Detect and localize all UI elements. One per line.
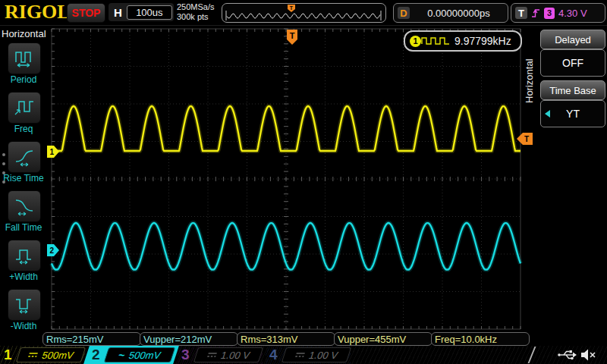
ch1-scale: 500mV [40, 350, 75, 361]
measurement-slot-3[interactable]: Rms=313mV [237, 332, 335, 346]
measurement-slot-5[interactable]: Freq=10.0kHz [431, 332, 530, 346]
ch3-scale: 1.00 V [219, 350, 251, 361]
measure-nwidth-label: -Width [0, 321, 47, 331]
waveform-memory-preview[interactable]: T [222, 3, 386, 23]
trigger-status-group[interactable]: T 3 4.30 V [511, 3, 605, 23]
ch2-marker-label: 2 [50, 246, 55, 255]
fall-time-icon [14, 196, 35, 216]
delay-label: D [398, 7, 410, 19]
counter-value: 9.97799kHz [454, 35, 511, 47]
ac-coupling-icon: ~ [118, 351, 126, 359]
measure-nwidth-button[interactable] [8, 289, 41, 321]
measure-risetime-button[interactable] [8, 141, 41, 173]
delay-value: 0.00000000ps [410, 8, 508, 19]
rise-time-icon [14, 147, 35, 167]
graticule-display: 12TT [47, 27, 534, 334]
measurement-slot-1[interactable]: Rms=215mV [42, 332, 141, 346]
memory-depth: 300k pts [177, 12, 215, 22]
top-status-bar: RIGOL STOP H 100us 250MSa/s 300k pts T D… [0, 0, 607, 26]
freq-icon [14, 98, 35, 118]
measure-menu-sidebar: Horizontal Period Freq Rise Time [0, 26, 47, 346]
measure-freq-button[interactable] [8, 92, 41, 124]
h-label: H [114, 6, 122, 19]
trigger-level-value: 4.30 V [558, 8, 587, 19]
period-icon [14, 49, 35, 68]
status-divider [528, 347, 546, 363]
counter-channel-badge: 1 [410, 36, 421, 47]
speaker-muted-icon[interactable] [580, 347, 598, 362]
timebase-value: 100us [127, 5, 172, 20]
ch2-number: 2 [92, 347, 100, 363]
measure-menu-title: Horizontal [2, 28, 47, 39]
plus-width-icon [14, 246, 35, 265]
trigger-delay-group[interactable]: D 0.00000000ps [393, 3, 508, 23]
measure-period-button[interactable] [8, 42, 41, 74]
ch1-number: 1 [4, 347, 12, 363]
measure-risetime-label: Rise Time [0, 173, 47, 184]
menu-page-dots [2, 147, 5, 190]
channel-status-bar: 1 500mV 2 ~ 500mV 3 1 [0, 346, 607, 364]
oscilloscope-screen: RIGOL STOP H 100us 250MSa/s 300k pts T D… [0, 0, 607, 364]
ch1-marker-label: 1 [50, 148, 55, 156]
measure-falltime-button[interactable] [8, 190, 41, 222]
delayed-value-button[interactable]: OFF [540, 49, 605, 77]
square-wave-icon [421, 36, 450, 46]
trigger-label: T [515, 7, 527, 19]
brand-logo: RIGOL [5, 1, 71, 24]
ch2-scale: 500mV [127, 350, 162, 361]
measurement-slot-2[interactable]: Vupper=212mV [140, 332, 238, 346]
sample-rate: 250MSa/s [177, 2, 215, 12]
ch4-number: 4 [269, 347, 278, 363]
delayed-header: Delayed [540, 30, 605, 49]
ch3-number: 3 [181, 347, 190, 363]
trigger-position-label: T [290, 31, 295, 40]
frequency-counter: 1 9.97799kHz [404, 30, 522, 52]
measure-period-label: Period [0, 74, 47, 85]
minus-width-icon [14, 295, 35, 315]
preview-waveform: T [222, 4, 385, 23]
measure-falltime-label: Fall Time [0, 222, 47, 233]
measure-pwidth-button[interactable] [8, 240, 41, 271]
measurement-slot-4[interactable]: Vupper=455mV [334, 332, 432, 346]
measure-pwidth-label: +Width [0, 271, 47, 282]
dc-coupling-icon [294, 351, 306, 359]
dc-coupling-icon [206, 351, 218, 359]
measure-freq-label: Freq [0, 124, 47, 134]
left-arrow-icon [545, 110, 550, 118]
horizontal-timebase-group[interactable]: H 100us [109, 3, 174, 21]
dc-coupling-icon [27, 351, 39, 359]
ch4-scale: 1.00 V [307, 350, 339, 361]
timebase-header: Time Base [540, 80, 605, 100]
timebase-mode-button[interactable]: YT [540, 100, 605, 127]
preview-trigger-label: T [290, 5, 294, 11]
run-stop-status[interactable]: STOP [67, 3, 105, 23]
trigger-source-badge: 3 [544, 8, 555, 19]
run-state-label: STOP [72, 7, 101, 19]
trigger-level-label: T [524, 135, 529, 143]
preview-sine [227, 14, 380, 18]
rising-edge-icon [531, 8, 540, 19]
acquisition-info: 250MSa/s 300k pts [177, 2, 215, 22]
horizontal-menu-sidebar: Horizontal Delayed OFF Time Base YT [522, 26, 607, 346]
usb-icon[interactable] [557, 348, 578, 362]
